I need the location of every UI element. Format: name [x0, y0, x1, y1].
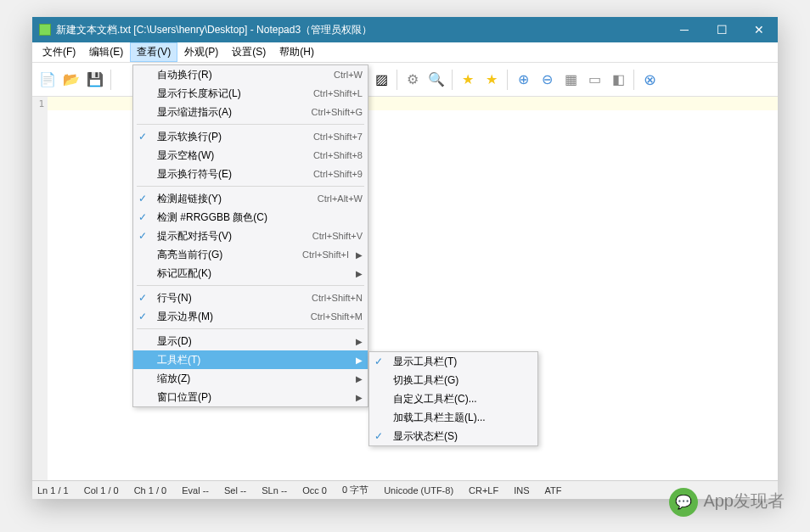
menuitem-customize-toolbar[interactable]: 自定义工具栏(C)... [369, 389, 537, 408]
menu-view[interactable]: 查看(V) [130, 42, 177, 62]
open-file-icon[interactable]: 📂 [61, 70, 82, 90]
titlebar[interactable]: 新建文本文档.txt [C:\Users\henry\Desktop] - No… [32, 17, 778, 42]
menu-file[interactable]: 文件(F) [36, 42, 82, 62]
status-occ[interactable]: Occ 0 [302, 485, 327, 496]
menuitem-zoom[interactable]: 缩放(Z)▶ [133, 369, 368, 388]
check-icon: ✓ [138, 311, 147, 322]
maximize-button[interactable]: ☐ [703, 17, 740, 42]
menuitem-whitespace[interactable]: 显示空格(W)Ctrl+Shift+8 [133, 146, 368, 165]
check-icon: ✓ [138, 230, 147, 242]
check-icon: ✓ [374, 430, 383, 442]
zoom-in-icon[interactable]: ⊕ [513, 70, 533, 90]
statusbar: Ln 1 / 1 Col 1 / 0 Ch 1 / 0 Eval -- Sel … [32, 480, 778, 499]
submenu-arrow-icon: ▶ [356, 356, 363, 365]
menu-help[interactable]: 帮助(H) [273, 42, 321, 62]
status-eol[interactable]: CR+LF [469, 485, 498, 496]
window-title: 新建文本文档.txt [C:\Users\henry\Desktop] - No… [56, 23, 666, 37]
menuitem-display[interactable]: 显示(D)▶ [133, 332, 368, 350]
menuitem-bookmarks[interactable]: 标记匹配(K)▶ [133, 264, 368, 283]
close-button[interactable]: ✕ [740, 17, 778, 42]
menuitem-window-pos[interactable]: 窗口位置(P)▶ [133, 388, 368, 406]
box-icon[interactable]: ▭ [584, 70, 605, 90]
menu-separator [137, 328, 364, 329]
status-atf[interactable]: ATF [545, 485, 562, 496]
toolbar-divider [452, 70, 453, 90]
menuitem-highlight-line[interactable]: 高亮当前行(G)Ctrl+Shift+I▶ [133, 245, 368, 264]
menuitem-soft-wrap[interactable]: ✓显示软换行(P)Ctrl+Shift+7 [133, 127, 368, 146]
check-icon: ✓ [138, 292, 147, 304]
toolbar-divider [110, 70, 111, 90]
menuitem-switch-toolbar[interactable]: 切换工具栏(G) [369, 371, 537, 389]
menuitem-hyperlinks[interactable]: ✓检测超链接(Y)Ctrl+Alt+W [133, 189, 368, 208]
toolbars-submenu: ✓显示工具栏(T) 切换工具栏(G) 自定义工具栏(C)... 加载工具栏主题(… [368, 351, 538, 446]
new-file-icon[interactable]: 📄 [37, 70, 58, 90]
menuitem-margin[interactable]: ✓显示边界(M)Ctrl+Shift+M [133, 307, 368, 326]
app-icon [39, 24, 51, 36]
check-icon: ✓ [138, 211, 147, 223]
status-ln[interactable]: Ln 1 / 1 [37, 485, 69, 496]
menuitem-line-numbers[interactable]: ✓行号(N)Ctrl+Shift+N [133, 288, 368, 307]
status-ch[interactable]: Ch 1 / 0 [134, 485, 167, 496]
star-add-icon[interactable]: ★ [481, 70, 502, 90]
status-col[interactable]: Col 1 / 0 [84, 485, 119, 496]
submenu-arrow-icon: ▶ [356, 393, 363, 402]
grid-icon[interactable]: ▦ [560, 70, 581, 90]
menu-edit[interactable]: 编辑(E) [82, 42, 130, 62]
save-icon[interactable]: 💾 [85, 70, 105, 90]
status-ins[interactable]: INS [514, 485, 529, 496]
menuitem-long-line-marker[interactable]: 显示行长度标记(L)Ctrl+Shift+L [133, 84, 368, 103]
status-encoding[interactable]: Unicode (UTF-8) [384, 485, 453, 496]
menuitem-show-toolbar[interactable]: ✓显示工具栏(T) [369, 352, 537, 371]
minimize-button[interactable]: ─ [666, 17, 703, 42]
check-icon: ✓ [374, 356, 383, 367]
menu-settings[interactable]: 设置(S) [225, 42, 273, 62]
menuitem-word-wrap[interactable]: 自动换行(R)Ctrl+W [133, 65, 368, 84]
menuitem-load-theme[interactable]: 加载工具栏主题(L)... [369, 408, 537, 427]
menuitem-show-statusbar[interactable]: ✓显示状态栏(S) [369, 427, 537, 445]
menuitem-indent-guides[interactable]: 显示缩进指示(A)Ctrl+Shift+G [133, 103, 368, 121]
menu-separator [137, 285, 364, 286]
star-icon[interactable]: ★ [458, 70, 478, 90]
line-number-gutter: 1 [32, 97, 48, 480]
submenu-arrow-icon: ▶ [356, 337, 363, 346]
menuitem-eol[interactable]: 显示换行符号(E)Ctrl+Shift+9 [133, 165, 368, 183]
zoom-out-icon[interactable]: ⊖ [537, 70, 557, 90]
status-bytes[interactable]: 0 字节 [342, 484, 368, 496]
menu-appearance[interactable]: 外观(P) [177, 42, 225, 62]
checkmark-icon[interactable]: ▨ [371, 70, 391, 90]
submenu-arrow-icon: ▶ [356, 250, 363, 260]
toolbar-divider [633, 70, 634, 90]
line-number: 1 [38, 98, 44, 109]
check-icon: ✓ [138, 131, 147, 143]
tree-icon[interactable]: ⚙ [402, 70, 423, 90]
menu-separator [137, 124, 364, 125]
search-icon[interactable]: 🔍 [426, 70, 447, 90]
panel-icon[interactable]: ◧ [608, 70, 628, 90]
stop-icon[interactable]: ⊗ [639, 70, 660, 90]
toolbar-divider [397, 70, 397, 90]
submenu-arrow-icon: ▶ [356, 374, 363, 384]
menuitem-toolbars[interactable]: 工具栏(T)▶ [133, 350, 368, 369]
view-dropdown: 自动换行(R)Ctrl+W 显示行长度标记(L)Ctrl+Shift+L 显示缩… [132, 64, 368, 407]
status-eval[interactable]: Eval -- [182, 485, 209, 496]
status-sln[interactable]: SLn -- [262, 485, 287, 496]
menu-separator [137, 186, 364, 187]
toolbar-divider [507, 70, 508, 90]
menuitem-brace-match[interactable]: ✓提示配对括号(V)Ctrl+Shift+V [133, 227, 368, 245]
menuitem-rrggbb[interactable]: ✓检测 #RRGGBB 颜色(C) [133, 208, 368, 227]
submenu-arrow-icon: ▶ [356, 269, 363, 278]
menubar: 文件(F) 编辑(E) 查看(V) 外观(P) 设置(S) 帮助(H) [32, 42, 778, 63]
check-icon: ✓ [138, 193, 147, 204]
status-sel[interactable]: Sel -- [224, 485, 246, 496]
